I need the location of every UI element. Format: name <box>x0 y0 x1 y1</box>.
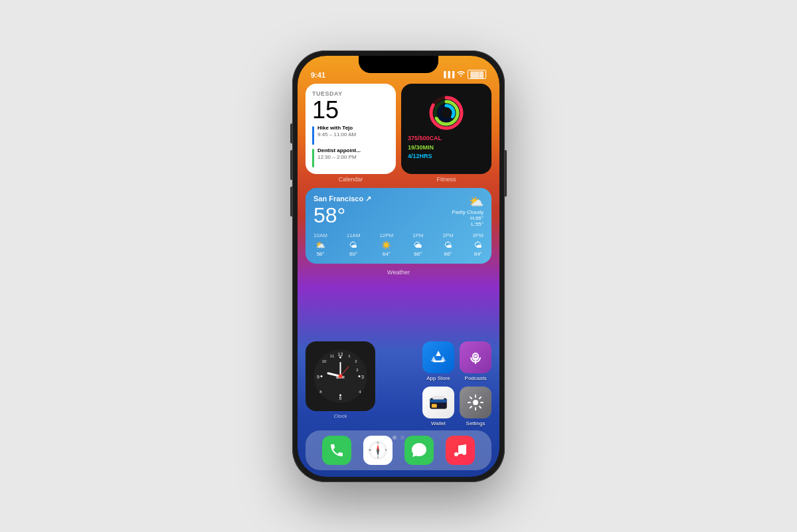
fitness-label: Fitness <box>401 176 491 183</box>
dock: N S E W <box>306 430 491 470</box>
svg-text:9: 9 <box>317 375 319 379</box>
svg-text:W: W <box>369 448 371 452</box>
svg-point-21 <box>321 375 323 377</box>
weather-low: L:55° <box>452 221 484 227</box>
settings-icon[interactable] <box>460 387 491 418</box>
dock-phone-wrapper <box>322 436 351 465</box>
svg-point-19 <box>339 356 341 358</box>
weather-widget[interactable]: San Francisco ↗ 58° ⛅ Partly Cloudy H:66… <box>306 188 491 264</box>
svg-rect-32 <box>432 404 437 407</box>
weather-widget-group: San Francisco ↗ 58° ⛅ Partly Cloudy H:66… <box>306 188 491 276</box>
phone-screen: 9:41 ▐▐▐ ▓▓▓ <box>298 56 499 477</box>
svg-text:E: E <box>385 448 387 452</box>
dock-safari-wrapper: N S E W <box>363 436 393 465</box>
svg-text:12: 12 <box>338 352 343 357</box>
wallet-label: Wallet <box>431 420 446 426</box>
wallet-icon[interactable] <box>422 387 454 418</box>
fitness-hours: 4/12HRS <box>408 152 485 161</box>
status-icons: ▐▐▐ ▓▓▓ <box>442 70 486 79</box>
fitness-stats: 375/500CAL 19/30MIN 4/12HRS <box>408 134 485 161</box>
podcasts-label: Podcasts <box>465 375 487 381</box>
fitness-calories: 375/500CAL <box>408 134 485 143</box>
signal-icon: ▐▐▐ <box>442 71 454 78</box>
weather-details: ⛅ Partly Cloudy H:66° L:55° <box>452 195 484 227</box>
podcasts-wrapper: Podcasts <box>460 341 491 381</box>
event-time-1: 9:45 – 11:00 AM <box>317 132 356 138</box>
weather-hour-3: 1PM 🌥 66° <box>412 232 423 257</box>
event-title-2: Dentist appoint... <box>317 147 361 154</box>
app-row-1: App Store <box>381 341 491 381</box>
weather-hour-5: 3PM 🌤 64° <box>473 232 484 257</box>
app-row-2: Wallet Settings <box>381 387 491 426</box>
power-button[interactable] <box>505 150 507 197</box>
appstore-wrapper: App Store <box>422 341 454 381</box>
fitness-widget-group: 375/500CAL 19/30MIN 4/12HRS Fitness <box>401 84 491 183</box>
weather-condition: Partly Cloudy <box>452 209 484 215</box>
svg-point-43 <box>377 449 379 452</box>
calendar-day: TUESDAY <box>312 90 389 97</box>
weather-hour-4: 2PM 🌤 66° <box>442 232 453 257</box>
svg-text:10: 10 <box>322 359 327 363</box>
notch <box>359 56 438 73</box>
podcasts-icon[interactable] <box>460 341 491 373</box>
weather-icon-main: ⛅ <box>452 195 484 209</box>
svg-rect-33 <box>432 396 444 399</box>
dock-messages-wrapper <box>404 436 434 465</box>
event-bar-2 <box>312 149 314 167</box>
widgets-area: TUESDAY 15 Hike with Tejo 9:45 – 11:00 A… <box>298 84 499 276</box>
clock-widget[interactable]: 12 3 6 9 10 2 4 8 11 1 2 BER <box>306 341 375 411</box>
calendar-event-2: Dentist appoint... 12:30 – 2:00 PM <box>312 147 389 167</box>
appstore-icon[interactable] <box>422 341 454 373</box>
event-text-1: Hike with Tejo 9:45 – 11:00 AM <box>317 125 356 139</box>
dock-messages-icon[interactable] <box>404 436 434 465</box>
svg-point-29 <box>474 355 477 357</box>
dock-music-icon[interactable] <box>446 436 475 465</box>
app-icons-column: App Store <box>381 341 491 426</box>
calendar-widget-group: TUESDAY 15 Hike with Tejo 9:45 – 11:00 A… <box>306 84 396 183</box>
weather-label: Weather <box>306 269 491 276</box>
event-bar-1 <box>312 126 314 145</box>
settings-label: Settings <box>466 420 486 426</box>
dock-phone-icon[interactable] <box>322 436 351 465</box>
svg-point-26 <box>339 374 343 378</box>
event-time-2: 12:30 – 2:00 PM <box>317 154 361 161</box>
fitness-widget[interactable]: 375/500CAL 19/30MIN 4/12HRS <box>401 84 491 174</box>
calendar-event-1: Hike with Tejo 9:45 – 11:00 AM <box>312 125 389 145</box>
settings-wrapper: Settings <box>460 387 491 426</box>
svg-point-44 <box>454 452 458 456</box>
svg-text:3: 3 <box>361 375 364 379</box>
svg-point-22 <box>359 375 361 377</box>
wallet-wrapper: Wallet <box>422 387 454 426</box>
svg-point-20 <box>339 394 341 396</box>
weather-high: H:66° <box>452 215 484 221</box>
volume-up-button[interactable] <box>290 150 292 180</box>
dock-safari-icon[interactable]: N S E W <box>363 436 393 465</box>
svg-text:11: 11 <box>330 354 335 358</box>
mute-button[interactable] <box>290 124 292 143</box>
weather-hour-2: 12PM ☀️ 64° <box>379 232 393 257</box>
event-title-1: Hike with Tejo <box>317 125 356 132</box>
clock-label: Clock <box>333 413 347 419</box>
volume-down-button[interactable] <box>290 187 292 217</box>
app-grid-row: 12 3 6 9 10 2 4 8 11 1 2 BER <box>306 341 491 426</box>
fitness-rings <box>408 96 485 130</box>
clock-face: 12 3 6 9 10 2 4 8 11 1 2 BER <box>312 348 369 404</box>
weather-main: San Francisco ↗ 58° <box>313 195 371 226</box>
wifi-icon <box>457 70 465 78</box>
event-text-2: Dentist appoint... 12:30 – 2:00 PM <box>317 147 361 161</box>
weather-temperature: 58° <box>313 205 371 226</box>
clock-widget-wrapper: 12 3 6 9 10 2 4 8 11 1 2 BER <box>306 341 375 426</box>
calendar-widget[interactable]: TUESDAY 15 Hike with Tejo 9:45 – 11:00 A… <box>306 84 396 174</box>
appstore-label: App Store <box>426 375 450 381</box>
weather-hour-1: 11AM 🌤 60° <box>347 232 361 257</box>
weather-hourly: 10AM ⛅ 58° 11AM 🌤 60° 12PM ☀️ 64° <box>313 232 484 257</box>
app-grid-area: 12 3 6 9 10 2 4 8 11 1 2 BER <box>298 341 499 432</box>
weather-location: San Francisco ↗ <box>313 195 371 203</box>
calendar-label: Calendar <box>306 176 396 183</box>
svg-text:S: S <box>377 456 379 459</box>
svg-text:N: N <box>377 441 379 444</box>
dock-music-wrapper <box>446 436 475 465</box>
svg-text:6: 6 <box>339 396 342 400</box>
calendar-date: 15 <box>312 98 389 122</box>
svg-rect-31 <box>430 399 447 402</box>
